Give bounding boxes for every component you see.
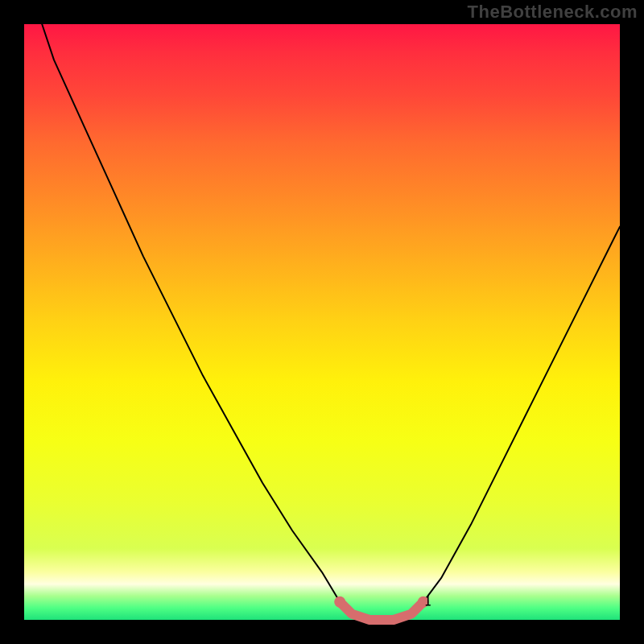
chart-stage: TheBottleneck.com [0, 0, 644, 644]
chart-svg [0, 0, 644, 644]
highlight-start-dot [334, 597, 345, 608]
highlight-end-dot [418, 597, 429, 608]
plot-background [24, 24, 620, 620]
